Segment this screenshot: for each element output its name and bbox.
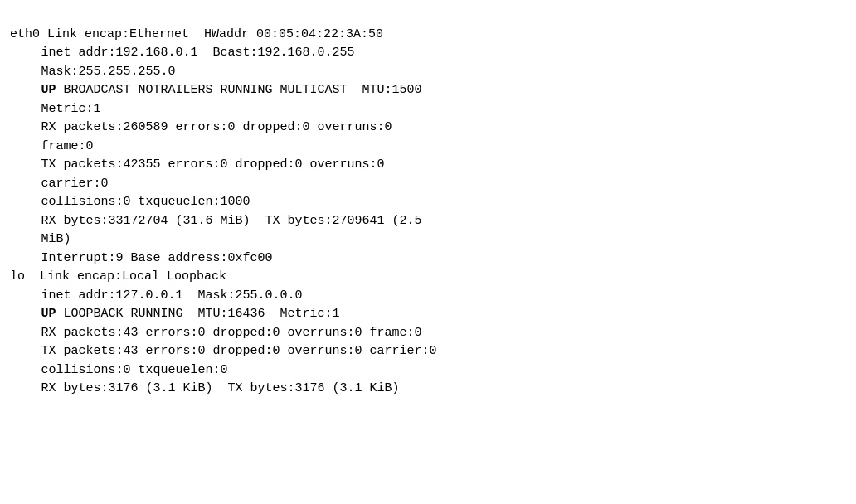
terminal-text: frame:0 bbox=[41, 139, 94, 153]
terminal-text: BROADCAST NOTRAILERS RUNNING MULTICAST M… bbox=[56, 83, 422, 97]
indent-space bbox=[10, 324, 41, 343]
indent-space bbox=[10, 287, 41, 306]
terminal-text: RX bytes:33172704 (31.6 MiB) TX bytes:27… bbox=[41, 214, 422, 228]
terminal-text: MiB) bbox=[41, 232, 71, 246]
indent-space bbox=[10, 193, 41, 212]
indent-space bbox=[10, 380, 41, 399]
terminal-line: carrier:0 bbox=[10, 175, 846, 194]
terminal-line: inet addr:127.0.0.1 Mask:255.0.0.0 bbox=[10, 287, 846, 306]
indent-space bbox=[10, 212, 41, 231]
terminal-line: TX packets:42355 errors:0 dropped:0 over… bbox=[10, 156, 846, 175]
terminal-line: inet addr:192.168.0.1 Bcast:192.168.0.25… bbox=[10, 44, 846, 63]
terminal-text: Interrupt:9 Base address:0xfc00 bbox=[41, 251, 273, 265]
terminal-line: frame:0 bbox=[10, 138, 846, 157]
indent-space bbox=[10, 138, 41, 157]
indent-space bbox=[10, 100, 41, 119]
indent-space bbox=[10, 81, 41, 100]
terminal-line: UP LOOPBACK RUNNING MTU:16436 Metric:1 bbox=[10, 305, 846, 324]
indent-space bbox=[10, 156, 41, 175]
terminal-text: RX packets:43 errors:0 dropped:0 overrun… bbox=[41, 326, 422, 340]
terminal-text: UP bbox=[41, 83, 56, 97]
terminal-text: collisions:0 txqueuelen:1000 bbox=[41, 195, 250, 209]
indent-space bbox=[10, 230, 41, 250]
terminal-line: UP BROADCAST NOTRAILERS RUNNING MULTICAS… bbox=[10, 81, 846, 100]
terminal-text: lo Link encap:Local Loopback bbox=[10, 269, 226, 284]
terminal-line: Interrupt:9 Base address:0xfc00 bbox=[10, 250, 846, 269]
terminal-line: lo Link encap:Local Loopback bbox=[10, 268, 846, 287]
terminal-line: Metric:1 bbox=[10, 100, 846, 119]
terminal-text: carrier:0 bbox=[41, 177, 109, 191]
terminal-text: TX packets:42355 errors:0 dropped:0 over… bbox=[41, 158, 385, 172]
indent-space bbox=[10, 305, 41, 324]
terminal-output: eth0 Link encap:Ethernet HWaddr 00:05:04… bbox=[10, 7, 846, 399]
terminal-line: RX bytes:33172704 (31.6 MiB) TX bytes:27… bbox=[10, 212, 846, 231]
terminal-line: TX packets:43 errors:0 dropped:0 overrun… bbox=[10, 342, 846, 361]
terminal-text: UP bbox=[41, 307, 56, 321]
terminal-line: collisions:0 txqueuelen:0 bbox=[10, 361, 846, 380]
indent-space bbox=[10, 44, 41, 63]
indent-space bbox=[10, 119, 41, 138]
indent-space bbox=[10, 175, 41, 194]
terminal-line: Mask:255.255.255.0 bbox=[10, 63, 846, 82]
terminal-line: collisions:0 txqueuelen:1000 bbox=[10, 193, 846, 212]
terminal-line: RX packets:260589 errors:0 dropped:0 ove… bbox=[10, 119, 846, 138]
terminal-text: inet addr:127.0.0.1 Mask:255.0.0.0 bbox=[41, 288, 303, 303]
terminal-text: inet addr:192.168.0.1 Bcast:192.168.0.25… bbox=[41, 46, 355, 60]
indent-space bbox=[10, 63, 41, 82]
terminal-line: RX bytes:3176 (3.1 KiB) TX bytes:3176 (3… bbox=[10, 380, 846, 399]
terminal-text: collisions:0 txqueuelen:0 bbox=[41, 363, 228, 377]
terminal-line: eth0 Link encap:Ethernet HWaddr 00:05:04… bbox=[10, 26, 846, 45]
terminal-text: TX packets:43 errors:0 dropped:0 overrun… bbox=[41, 344, 437, 358]
terminal-text: Metric:1 bbox=[41, 102, 101, 116]
indent-space bbox=[10, 361, 41, 380]
terminal-line: MiB) bbox=[10, 230, 846, 250]
terminal-text: LOOPBACK RUNNING MTU:16436 Metric:1 bbox=[56, 307, 340, 321]
indent-space bbox=[10, 342, 41, 361]
terminal-text: RX packets:260589 errors:0 dropped:0 ove… bbox=[41, 120, 392, 134]
indent-space bbox=[10, 250, 41, 269]
terminal-text: Mask:255.255.255.0 bbox=[41, 65, 176, 79]
terminal-line: RX packets:43 errors:0 dropped:0 overrun… bbox=[10, 324, 846, 343]
terminal-text: eth0 Link encap:Ethernet HWaddr 00:05:04… bbox=[10, 27, 383, 41]
terminal-text: RX bytes:3176 (3.1 KiB) TX bytes:3176 (3… bbox=[41, 381, 400, 395]
